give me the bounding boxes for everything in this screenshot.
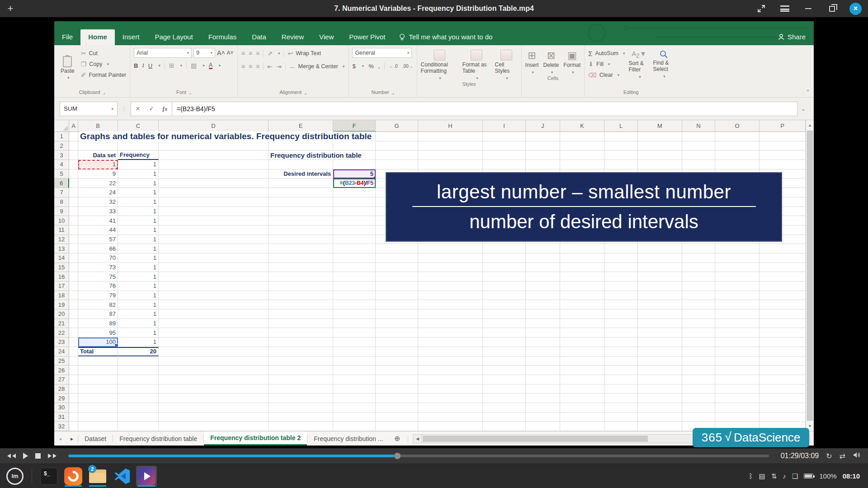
cell-D16[interactable] <box>159 272 269 282</box>
cell-G15[interactable] <box>376 263 418 272</box>
cell-D7[interactable] <box>159 188 269 197</box>
cell-E31[interactable] <box>269 413 333 422</box>
cell-B6[interactable]: 22 <box>78 178 118 188</box>
cell-B13[interactable]: 66 <box>78 244 118 253</box>
percent-button[interactable]: % <box>368 63 374 70</box>
dialog-launcher-icon[interactable]: ⌟ <box>392 90 394 95</box>
column-header-M[interactable]: M <box>638 120 682 132</box>
cell-D9[interactable] <box>159 207 269 216</box>
cell-F26[interactable] <box>333 366 376 375</box>
column-header-A[interactable]: A <box>69 120 78 132</box>
cell-E16[interactable] <box>269 272 333 282</box>
paste-button[interactable]: Paste ▾ <box>58 48 77 89</box>
cell-E8[interactable] <box>269 197 333 207</box>
cell-C10[interactable]: 1 <box>118 216 159 225</box>
cell-L16[interactable] <box>604 272 638 282</box>
cell-G3[interactable] <box>376 150 418 160</box>
next-sheet-icon[interactable]: ▸ <box>66 432 78 446</box>
cell-F28[interactable] <box>333 385 376 394</box>
fast-forward-button[interactable] <box>48 454 57 458</box>
cell-C32[interactable] <box>118 422 159 431</box>
cell-M19[interactable] <box>638 300 682 310</box>
row-header-2[interactable]: 2 <box>54 141 69 151</box>
align-bottom-icon[interactable]: ≡ <box>256 50 259 57</box>
cell-P20[interactable] <box>760 310 806 319</box>
cell-A28[interactable] <box>69 385 78 394</box>
column-header-L[interactable]: L <box>604 120 638 132</box>
stop-button[interactable] <box>35 453 41 459</box>
cell-J4[interactable] <box>526 160 560 169</box>
cell-G27[interactable] <box>376 375 418 385</box>
cell-P23[interactable] <box>760 338 806 347</box>
cell-B5[interactable]: 9 <box>78 169 118 179</box>
sheet-tab-2[interactable]: Frequency distribution table <box>113 432 203 446</box>
cell-G26[interactable] <box>376 366 418 375</box>
cell-K22[interactable] <box>560 328 604 338</box>
cell-G23[interactable] <box>376 338 418 347</box>
cell-O4[interactable] <box>715 160 760 169</box>
column-header-G[interactable]: G <box>376 120 418 132</box>
cell-K17[interactable] <box>560 282 604 291</box>
cell-M24[interactable] <box>638 347 682 357</box>
cell-I22[interactable] <box>483 328 526 338</box>
hscroll-thumb[interactable] <box>423 436 647 442</box>
column-header-O[interactable]: O <box>715 120 760 132</box>
row-header-13[interactable]: 13 <box>54 244 69 253</box>
currency-button[interactable]: $ <box>352 63 355 70</box>
cell-P2[interactable] <box>760 141 806 151</box>
cell-G28[interactable] <box>376 385 418 394</box>
cell-O24[interactable] <box>715 347 760 357</box>
cell-H29[interactable] <box>418 394 483 403</box>
cell-K30[interactable] <box>560 403 604 413</box>
cell-B19[interactable]: 82 <box>78 300 118 310</box>
cell-K18[interactable] <box>560 291 604 300</box>
ribbon-tab-page-layout[interactable]: Page Layout <box>147 29 200 45</box>
cell-A13[interactable] <box>69 244 78 253</box>
cell-O31[interactable] <box>715 413 760 422</box>
cell-E2[interactable] <box>269 141 333 151</box>
cell-D22[interactable] <box>159 328 269 338</box>
cell-E28[interactable] <box>269 385 333 394</box>
cell-N31[interactable] <box>682 413 715 422</box>
name-box[interactable]: SUM▾ <box>60 102 118 116</box>
cell-D31[interactable] <box>159 413 269 422</box>
cell-C15[interactable]: 1 <box>118 263 159 272</box>
cell-B32[interactable] <box>78 422 118 431</box>
cell-B8[interactable]: 32 <box>78 197 118 207</box>
row-header-9[interactable]: 9 <box>54 207 69 216</box>
cell-M13[interactable] <box>638 244 682 253</box>
cell-O1[interactable] <box>715 132 760 141</box>
cell-P3[interactable] <box>760 150 806 160</box>
ribbon-tab-formulas[interactable]: Formulas <box>201 29 245 45</box>
cell-E20[interactable] <box>269 310 333 319</box>
select-all-corner[interactable] <box>54 120 69 132</box>
cell-B21[interactable]: 89 <box>78 319 118 328</box>
cell-O19[interactable] <box>715 300 760 310</box>
cell-A22[interactable] <box>69 328 78 338</box>
cell-M17[interactable] <box>638 282 682 291</box>
dialog-launcher-icon[interactable]: ⌟ <box>189 90 191 95</box>
cell-P21[interactable] <box>760 319 806 328</box>
cell-C3[interactable]: Frequency <box>118 150 159 160</box>
cell-H17[interactable] <box>418 282 483 291</box>
cell-L20[interactable] <box>604 310 638 319</box>
cell-A2[interactable] <box>69 141 78 151</box>
bold-button[interactable]: B <box>134 62 138 69</box>
cell-G30[interactable] <box>376 403 418 413</box>
new-tab-icon[interactable]: + <box>0 3 21 14</box>
cell-I28[interactable] <box>483 385 526 394</box>
cell-A19[interactable] <box>69 300 78 310</box>
cell-D6[interactable] <box>159 178 269 188</box>
cell-J3[interactable] <box>526 150 560 160</box>
cell-I25[interactable] <box>483 357 526 366</box>
cell-P26[interactable] <box>760 366 806 375</box>
cell-H2[interactable] <box>418 141 483 151</box>
cell-styles-button[interactable]: Cell Styles▾ <box>495 48 518 80</box>
cell-F12[interactable] <box>333 235 376 244</box>
cell-F29[interactable] <box>333 394 376 403</box>
cell-O22[interactable] <box>715 328 760 338</box>
row-header-32[interactable]: 32 <box>54 422 69 431</box>
cell-C28[interactable] <box>118 385 159 394</box>
cell-C21[interactable]: 1 <box>118 319 159 328</box>
clipboard-tray-icon[interactable]: ▤ <box>759 472 765 480</box>
